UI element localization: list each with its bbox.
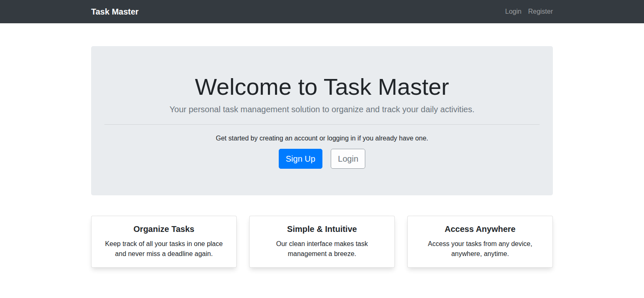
feature-text: Our clean interface makes task managemen… bbox=[260, 239, 384, 259]
login-button[interactable]: Login bbox=[331, 149, 365, 169]
feature-card-organize: Organize Tasks Keep track of all your ta… bbox=[91, 216, 237, 268]
hero-buttons: Sign Up Login bbox=[104, 149, 540, 169]
hero-section: Welcome to Task Master Your personal tas… bbox=[91, 46, 553, 195]
feature-card-simple: Simple & Intuitive Our clean interface m… bbox=[249, 216, 395, 268]
feature-text: Keep track of all your tasks in one plac… bbox=[102, 239, 226, 259]
hero-divider bbox=[104, 124, 540, 125]
brand-link[interactable]: Task Master bbox=[91, 7, 139, 17]
feature-title: Access Anywhere bbox=[418, 224, 542, 234]
hero-subtitle: Your personal task management solution t… bbox=[104, 105, 540, 114]
nav-link-register[interactable]: Register bbox=[525, 5, 553, 19]
feature-text: Access your tasks from any device, anywh… bbox=[418, 239, 542, 259]
navbar-links: Login Register bbox=[502, 5, 553, 19]
navbar-container: Task Master Login Register bbox=[91, 5, 553, 19]
features-row: Organize Tasks Keep track of all your ta… bbox=[91, 216, 553, 268]
feature-title: Simple & Intuitive bbox=[260, 224, 384, 234]
signup-button[interactable]: Sign Up bbox=[279, 149, 322, 169]
main-content: Welcome to Task Master Your personal tas… bbox=[91, 46, 553, 268]
feature-title: Organize Tasks bbox=[102, 224, 226, 234]
feature-card-access: Access Anywhere Access your tasks from a… bbox=[407, 216, 553, 268]
top-navbar: Task Master Login Register bbox=[0, 0, 644, 23]
hero-cta-text: Get started by creating an account or lo… bbox=[104, 135, 540, 142]
nav-link-login[interactable]: Login bbox=[502, 5, 525, 19]
hero-title: Welcome to Task Master bbox=[104, 73, 540, 101]
